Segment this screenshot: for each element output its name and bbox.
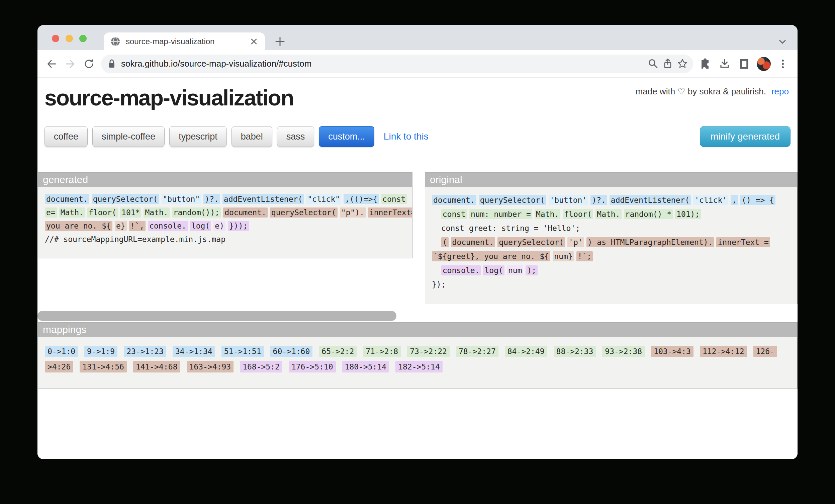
zoom-window-button[interactable] (79, 35, 87, 42)
mapping-chip[interactable]: 34->1:34 (172, 346, 215, 357)
code-segment[interactable]: innerText= (368, 207, 412, 218)
link-to-this[interactable]: Link to this (384, 131, 429, 142)
preset-button-sass[interactable]: sass (277, 126, 314, 147)
mapping-chip[interactable]: 163->4:93 (187, 361, 234, 372)
code-segment[interactable]: floor( (563, 209, 593, 219)
mapping-chip[interactable]: 93->2:38 (602, 346, 645, 357)
lock-icon[interactable] (104, 57, 119, 70)
code-segment[interactable]: document. (45, 194, 89, 204)
mapping-chip[interactable]: 88->2:33 (554, 346, 596, 357)
code-segment[interactable]: 'button' (549, 195, 588, 205)
code-segment[interactable]: )?. (203, 194, 220, 204)
url-bar[interactable]: sokra.github.io/source-map-visualization… (101, 55, 693, 73)
code-segment[interactable]: log( (483, 265, 504, 276)
code-segment[interactable]: num} (553, 251, 574, 261)
code-segment[interactable]: `${greet}, you are no. ${ (432, 251, 550, 261)
new-tab-plus-icon[interactable] (274, 35, 286, 48)
code-segment[interactable]: document. (223, 207, 268, 218)
mapping-chip[interactable]: 168->5:2 (240, 361, 282, 372)
preset-button-simple-coffee[interactable]: simple-coffee (92, 126, 165, 147)
mapping-chip[interactable]: 84->2:49 (505, 346, 547, 357)
mapping-chip[interactable]: 65->2:2 (319, 346, 357, 357)
code-segment[interactable]: floor( (87, 207, 118, 218)
code-segment[interactable]: () => { (740, 195, 775, 205)
horizontal-scrollbar[interactable] (38, 311, 396, 321)
mapping-chip[interactable]: 0->1:0 (45, 346, 78, 357)
code-segment[interactable]: document. (451, 237, 495, 247)
code-segment[interactable]: const (441, 209, 467, 219)
preset-button-typescript[interactable]: typescript (169, 126, 227, 147)
code-segment[interactable]: 101); (675, 209, 701, 219)
code-segment[interactable]: console. (441, 265, 481, 276)
tab-close-icon[interactable] (249, 37, 258, 46)
code-segment[interactable]: addEventListener( (222, 194, 304, 204)
code-segment[interactable]: ( (441, 237, 449, 247)
code-segment[interactable]: querySelector( (91, 194, 159, 204)
close-window-button[interactable] (52, 35, 59, 42)
mapping-chip[interactable]: 78->2:27 (456, 346, 498, 357)
code-segment[interactable]: })); (228, 221, 249, 231)
code-segment[interactable]: e) (213, 221, 225, 231)
preset-button-babel[interactable]: babel (231, 126, 272, 147)
preset-button-custom[interactable]: custom... (319, 126, 374, 147)
code-segment[interactable]: you are no. ${ (45, 221, 113, 231)
search-icon[interactable] (646, 57, 660, 70)
forward-arrow-icon[interactable] (64, 57, 77, 70)
code-segment[interactable]: e} (115, 221, 127, 231)
code-segment[interactable]: e= (45, 207, 57, 218)
menu-dots-icon[interactable] (775, 57, 790, 71)
code-segment[interactable]: Math. (59, 207, 85, 218)
preset-button-coffee[interactable]: coffee (44, 126, 88, 147)
extensions-puzzle-icon[interactable] (698, 57, 713, 71)
url-text[interactable]: sokra.github.io/source-map-visualization… (121, 59, 646, 69)
mapping-chip[interactable]: 112->4:12 (700, 346, 747, 357)
code-segment[interactable]: Math. (535, 209, 561, 219)
share-icon[interactable] (660, 57, 675, 70)
code-segment[interactable]: )?. (590, 195, 607, 205)
mapping-chip[interactable]: 23->1:23 (124, 346, 166, 357)
generated-code[interactable]: document.querySelector("button")?.addEve… (38, 187, 412, 258)
code-segment[interactable]: ) as HTMLParagraphElement). (587, 237, 714, 247)
code-segment[interactable]: 'click' (693, 195, 728, 205)
code-segment[interactable]: ); (526, 265, 537, 276)
chevron-down-icon[interactable] (777, 36, 788, 47)
mapping-chip[interactable]: 126- (753, 346, 777, 357)
tab-search-square-icon[interactable] (737, 57, 751, 71)
code-segment[interactable]: Math. (144, 207, 169, 218)
bookmark-star-icon[interactable] (675, 57, 690, 70)
mapping-chip[interactable]: 73->2:22 (407, 346, 450, 357)
code-segment[interactable]: querySelector( (270, 207, 338, 218)
download-icon[interactable] (717, 57, 732, 71)
code-segment[interactable]: !`, (129, 221, 146, 231)
code-segment[interactable]: random()); (172, 207, 221, 218)
code-segment[interactable]: document. (432, 195, 476, 205)
browser-tab[interactable]: source-map-visualization (104, 33, 265, 50)
mapping-chip[interactable]: 103->4:3 (651, 346, 693, 357)
mapping-chip[interactable]: 51->1:51 (222, 346, 264, 357)
mapping-chip[interactable]: 141->4:68 (133, 361, 180, 372)
code-segment[interactable]: random() * (624, 209, 673, 219)
code-segment[interactable]: !`; (576, 251, 593, 261)
code-segment[interactable]: , (731, 195, 738, 205)
code-segment[interactable]: 101* (120, 207, 141, 218)
minify-generated-button[interactable]: minify generated (700, 126, 791, 147)
mapping-chip[interactable]: 131->4:56 (80, 361, 127, 372)
minimize-window-button[interactable] (65, 35, 73, 42)
mapping-chip[interactable]: >4:26 (45, 361, 73, 372)
mappings-list[interactable]: 0->1:09->1:923->1:2334->1:3451->1:5160->… (38, 337, 797, 388)
back-arrow-icon[interactable] (45, 57, 58, 70)
mapping-chip[interactable]: 180->5:14 (342, 361, 389, 372)
code-segment[interactable]: ,(()=>{ (344, 194, 379, 204)
mapping-chip[interactable]: 71->2:8 (363, 346, 401, 357)
repo-link[interactable]: repo (771, 86, 789, 96)
code-segment[interactable]: const (381, 194, 407, 204)
code-segment[interactable]: "click" (306, 194, 341, 204)
code-segment[interactable]: querySelector( (497, 237, 565, 247)
code-segment[interactable]: innerText = (716, 237, 770, 247)
code-segment[interactable]: num (507, 265, 524, 276)
profile-avatar[interactable] (757, 57, 771, 71)
code-segment[interactable]: querySelector( (479, 195, 546, 205)
reload-icon[interactable] (82, 57, 96, 70)
code-segment[interactable]: console. (148, 221, 188, 231)
code-segment[interactable]: num: number = (469, 209, 532, 219)
